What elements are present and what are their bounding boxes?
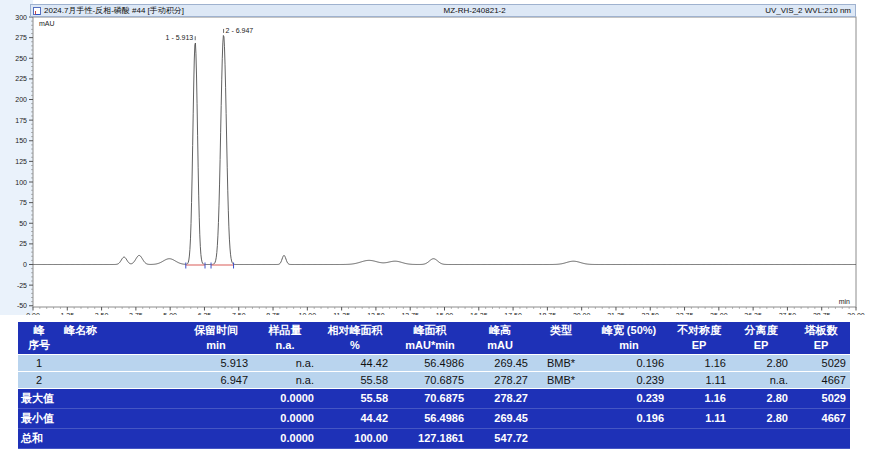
- x-axis-unit: min: [839, 298, 850, 305]
- chromatogram-panel: 2024.7月手性-反相-磷酸 #44 [手动积分] MZ-RH-240821-…: [0, 0, 879, 315]
- summary-cell-area: 56.4986: [392, 409, 468, 428]
- summary-cell-rel_area: 100.00: [318, 429, 392, 448]
- cell-rt: 6.947: [180, 372, 252, 388]
- peak-row-1[interactable]: 15.913n.a.44.4256.4986269.45BMB*0.1961.1…: [18, 355, 850, 372]
- cell-rel_area: 55.58: [318, 372, 392, 388]
- summary-cell-area: 70.6875: [392, 389, 468, 408]
- cell-plates: 4667: [792, 372, 850, 388]
- cell-amount: n.a.: [252, 372, 318, 388]
- y-tick-label: 25: [19, 240, 27, 247]
- y-tick-label: -50: [17, 302, 27, 309]
- column-header-rt: 保留时间min: [180, 322, 252, 354]
- x-tick-label: 10.00: [299, 312, 317, 315]
- cell-asym: 1.16: [668, 355, 730, 371]
- column-header-no: 峰序号: [18, 322, 60, 354]
- column-header-height: 峰高mAU: [468, 322, 532, 354]
- summary-cell-height: 547.72: [468, 429, 532, 448]
- cell-height: 269.45: [468, 355, 532, 371]
- column-header-width50: 峰宽 (50%)min: [590, 322, 668, 354]
- cell-res: 2.80: [730, 355, 792, 371]
- x-tick-label: 5.00: [163, 312, 177, 315]
- y-tick-label: 200: [15, 96, 27, 103]
- summary-cell-asym: [668, 429, 730, 448]
- cell-rel_area: 44.42: [318, 355, 392, 371]
- summary-cell-asym: 1.11: [668, 409, 730, 428]
- peak-label: 1 - 5.913: [166, 34, 194, 41]
- y-tick-label: 150: [15, 137, 27, 144]
- x-tick-label: 30.00: [847, 312, 865, 315]
- y-tick-label: 0: [23, 261, 27, 268]
- summary-cell-plates: 5029: [792, 389, 850, 408]
- x-tick-label: 1.25: [60, 312, 74, 315]
- summary-row: 总和0.0000100.00127.1861547.72: [18, 429, 850, 449]
- summary-cell-plates: 4667: [792, 409, 850, 428]
- y-tick-label: 75: [19, 199, 27, 206]
- summary-cell-res: 2.80: [730, 389, 792, 408]
- column-header-type: 类型: [532, 322, 590, 354]
- y-tick-label: 100: [15, 179, 27, 186]
- summary-cell-asym: 1.16: [668, 389, 730, 408]
- cell-rt: 5.913: [180, 355, 252, 371]
- column-header-area: 峰面积mAU*min: [392, 322, 468, 354]
- summary-row: 最大值0.000055.5870.6875278.270.2391.162.80…: [18, 389, 850, 409]
- y-tick-label: 50: [19, 220, 27, 227]
- cell-width50: 0.196: [590, 355, 668, 371]
- x-tick-label: 8.75: [266, 312, 280, 315]
- peak-label: 2 - 6.947: [226, 27, 254, 34]
- injection-icon: [33, 7, 41, 15]
- column-header-rel_area: 相对峰面积%: [318, 322, 392, 354]
- summary-cell-res: [730, 429, 792, 448]
- summary-cell-width50: 0.239: [590, 389, 668, 408]
- cell-height: 278.27: [468, 372, 532, 388]
- cell-no: 1: [18, 355, 60, 371]
- summary-cell-amount: 0.0000: [252, 389, 318, 408]
- chromatography-report: 2024.7月手性-反相-磷酸 #44 [手动积分] MZ-RH-240821-…: [0, 0, 879, 459]
- x-tick-label: 22.50: [641, 312, 659, 315]
- y-tick-label: 275: [15, 34, 27, 41]
- summary-cell-rt: [180, 429, 252, 448]
- column-header-plates: 塔板数EP: [792, 322, 850, 354]
- cell-width50: 0.239: [590, 372, 668, 388]
- summary-cell-rel_area: 44.42: [318, 409, 392, 428]
- chromatogram-header: 2024.7月手性-反相-磷酸 #44 [手动积分] MZ-RH-240821-…: [30, 4, 856, 17]
- summary-label: 总和: [18, 429, 180, 448]
- summary-cell-amount: 0.0000: [252, 409, 318, 428]
- y-tick-label: 125: [15, 158, 27, 165]
- summary-cell-res: 2.80: [730, 409, 792, 428]
- cell-no: 2: [18, 372, 60, 388]
- sample-name: MZ-RH-240821-2: [184, 6, 765, 15]
- summary-cell-area: 127.1861: [392, 429, 468, 448]
- summary-cell-height: 278.27: [468, 389, 532, 408]
- x-tick-label: 23.75: [676, 312, 694, 315]
- x-tick-label: 25.00: [710, 312, 728, 315]
- x-tick-label: 21.25: [607, 312, 625, 315]
- x-tick-label: 2.50: [95, 312, 109, 315]
- x-tick-label: 16.25: [470, 312, 488, 315]
- injection-title: 2024.7月手性-反相-磷酸 #44 [手动积分]: [44, 5, 184, 16]
- summary-cell-plates: [792, 429, 850, 448]
- cell-type: BMB*: [532, 372, 590, 388]
- y-tick-label: -25: [17, 282, 27, 289]
- summary-cell-type: [532, 389, 590, 408]
- summary-cell-type: [532, 429, 590, 448]
- peak-row-2[interactable]: 26.947n.a.55.5870.6875278.27BMB*0.2391.1…: [18, 372, 850, 389]
- x-tick-label: 28.75: [813, 312, 831, 315]
- x-tick-label: 6.25: [198, 312, 212, 315]
- summary-cell-width50: [590, 429, 668, 448]
- column-header-asym: 不对称度EP: [668, 322, 730, 354]
- summary-cell-height: 269.45: [468, 409, 532, 428]
- x-tick-label: 26.25: [744, 312, 762, 315]
- x-tick-label: 0.00: [26, 312, 40, 315]
- cell-asym: 1.11: [668, 372, 730, 388]
- summary-cell-rt: [180, 409, 252, 428]
- x-tick-label: 13.75: [401, 312, 419, 315]
- cell-area: 70.6875: [392, 372, 468, 388]
- x-tick-label: 20.00: [573, 312, 591, 315]
- chromatogram-plot[interactable]: -50-250255075100125150175200225250275300…: [0, 0, 879, 315]
- x-tick-label: 11.25: [333, 312, 350, 315]
- y-axis-unit: mAU: [39, 20, 55, 27]
- cell-type: BMB*: [532, 355, 590, 371]
- x-tick-label: 7.50: [232, 312, 246, 315]
- x-tick-label: 3.75: [129, 312, 143, 315]
- y-tick-label: 175: [15, 117, 27, 124]
